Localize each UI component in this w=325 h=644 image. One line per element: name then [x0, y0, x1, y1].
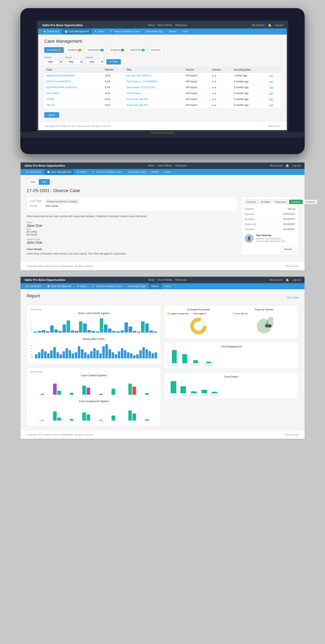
nav-how-2[interactable]: How It Works	[158, 164, 172, 167]
case-id-cell[interactable]: NkMgZhG32Gi2nb8i/8M15	[44, 73, 103, 79]
title-cell[interactable]: Scott Testing	[124, 90, 184, 96]
tab-assigned[interactable]: Assigned 2	[107, 47, 127, 53]
edit-cell[interactable]: Edit	[267, 84, 281, 90]
logout-link-2[interactable]: Log out	[292, 164, 301, 167]
case-assign-bars-container: 1/12/13/14/15/16/17/18/1	[31, 404, 158, 423]
logout-link-3[interactable]: Log out	[292, 278, 301, 281]
bar-item	[93, 348, 96, 358]
subnav2-case-mgmt[interactable]: 📋 Case Management	[44, 169, 74, 175]
title-cell[interactable]: ztest zdelete (16-0121241)	[124, 84, 184, 90]
nav-about-2[interactable]: About	[148, 164, 154, 167]
page-footer-3: Copyright ©2017 Idaho Pro Bono Opportuni…	[20, 430, 305, 439]
nav-about-3[interactable]: About	[148, 278, 154, 281]
view-tab[interactable]: View	[27, 179, 39, 185]
cs-requested-label: Requested	[189, 394, 198, 396]
activated-case-row: Activated Accounts Logged in at least on…	[167, 308, 295, 336]
case-id-cell[interactable]: BqOiPAWuPr9bLuxa2KYwS	[44, 84, 103, 90]
bell-icon[interactable]: 🔔	[268, 24, 271, 27]
subnav3-import[interactable]: ⬇ Import	[74, 283, 90, 289]
subnav2-users[interactable]: Users	[161, 169, 173, 175]
subnav-dashboard[interactable]: 🏠 Dashboard	[40, 28, 62, 34]
subnav3-case-mgmt[interactable]: 📋 Case Management	[44, 283, 74, 289]
nav-resources-3[interactable]: Resources	[175, 278, 187, 281]
case-id-cell[interactable]: 789-412	[44, 102, 103, 108]
nav-how-3[interactable]: How It Works	[158, 278, 172, 281]
subnav3-report[interactable]: Report	[148, 283, 161, 289]
checks-select[interactable]: - Any -	[86, 59, 104, 64]
subnav-import[interactable]: ⬇ Import	[92, 28, 107, 34]
edit-cell[interactable]: Edit	[267, 90, 281, 96]
bar-item	[108, 328, 111, 332]
edit-tab[interactable]: Edit	[39, 179, 50, 185]
title-cell[interactable]: Some case title 202	[124, 102, 184, 108]
st-assigned[interactable]: Assigned	[289, 200, 303, 204]
tab-requested[interactable]: Requested 0	[85, 47, 106, 53]
requested-label: Requested	[245, 223, 256, 226]
revoke-button[interactable]: Revoke	[281, 246, 295, 252]
subnav3-tags[interactable]: Subscribed Tags	[125, 283, 149, 289]
edit-cell[interactable]: Edit	[267, 102, 281, 108]
apply-button[interactable]: Apply	[44, 112, 59, 118]
st-requested[interactable]: Requested	[273, 200, 288, 204]
terms-link-3[interactable]: Terms of Use	[285, 434, 298, 436]
nav-how[interactable]: How It Works	[158, 24, 172, 27]
subnav3-users[interactable]: Users	[161, 283, 173, 289]
edit-cell[interactable]: Edit	[267, 96, 281, 102]
nav-resources-2[interactable]: Resources	[175, 164, 187, 167]
user-activity-label: User Activity	[30, 308, 158, 310]
bar-item	[116, 331, 120, 332]
my-account-link[interactable]: My account	[252, 24, 265, 27]
bar-item	[53, 384, 57, 395]
terms-link-1[interactable]: Terms of Use	[268, 125, 281, 127]
legend-never-dot	[191, 313, 193, 315]
my-account-link-3[interactable]: My account	[270, 278, 282, 281]
nav-resources[interactable]: Resources	[175, 24, 187, 27]
subnav-search[interactable]: 🔍 Search Available Cases	[107, 28, 143, 34]
case-id-cell[interactable]: test-12345c7	[44, 90, 103, 96]
subnav-case-management[interactable]: 📋 Case Management	[62, 28, 92, 34]
st-imported[interactable]: Imported	[245, 200, 258, 204]
title-cell[interactable]: Test Testee Jr. (10-0000003)	[124, 79, 184, 84]
case-id-cell[interactable]: 0Flk+lf7f-3aAUE2DT/F	[44, 79, 103, 84]
subnav-users[interactable]: Users	[179, 28, 191, 34]
panel-3: Idaho Pro Bono Opportunities About How I…	[20, 276, 305, 439]
tab-resolved[interactable]: Resolved 1	[128, 47, 148, 53]
report-header: Report View Table	[27, 293, 298, 302]
subnav2-dashboard[interactable]: 🏠 Dashboard	[22, 169, 44, 175]
st-resolved[interactable]: Resolved	[304, 200, 317, 204]
nav-about[interactable]: About	[148, 24, 154, 27]
subnav2-report[interactable]: Report	[148, 169, 161, 175]
edit-cell[interactable]: Edit	[267, 79, 281, 84]
subnav3-search[interactable]: 🔍 Search Available Cases	[90, 283, 125, 289]
view-table-link[interactable]: View Table	[287, 296, 298, 299]
tab-incoming[interactable]: Incoming 4	[44, 47, 64, 53]
title-cell[interactable]: test test (046-1006321)	[124, 73, 184, 79]
my-account-link-2[interactable]: My account	[270, 164, 282, 167]
source-select[interactable]: - Any -	[65, 59, 83, 64]
title-cell[interactable]: Some case title 100	[124, 96, 184, 102]
subnav2-search[interactable]: 🔍 Search Available Cases	[90, 169, 125, 175]
bell-icon-3[interactable]: 🔔	[286, 278, 289, 282]
bar-item	[108, 349, 111, 358]
bar-item	[87, 330, 91, 332]
bar-item	[91, 331, 95, 332]
tab-available[interactable]: Available 3	[65, 47, 84, 53]
edit-cell[interactable]: Edit	[267, 73, 281, 79]
case-id-cell[interactable]: 123456	[44, 96, 103, 102]
logout-link[interactable]: Log out	[275, 24, 283, 27]
filter-button[interactable]: ▼ Filter	[106, 59, 121, 64]
terms-link-2[interactable]: Terms of Use	[285, 265, 298, 267]
legend-logged-dot	[167, 313, 169, 315]
st-available[interactable]: Available	[259, 200, 272, 204]
bell-icon-2[interactable]: 🔔	[286, 164, 289, 167]
subnav2-tags[interactable]: Subscribed Tags	[125, 169, 149, 175]
bar-item	[53, 347, 56, 358]
nav-right-2: My account 🔔 Log out	[270, 164, 301, 167]
subnav3-dashboard[interactable]: 🏠 Dashboard	[22, 283, 44, 289]
partner-select[interactable]: - Any -	[44, 59, 62, 64]
bar-item	[62, 324, 66, 332]
subnav2-import[interactable]: ⬇ Import	[74, 169, 90, 175]
tab-archived[interactable]: Archived	[148, 47, 163, 53]
subnav-tags[interactable]: Subscribed Tags	[143, 28, 166, 34]
subnav-report[interactable]: Report	[166, 28, 179, 34]
